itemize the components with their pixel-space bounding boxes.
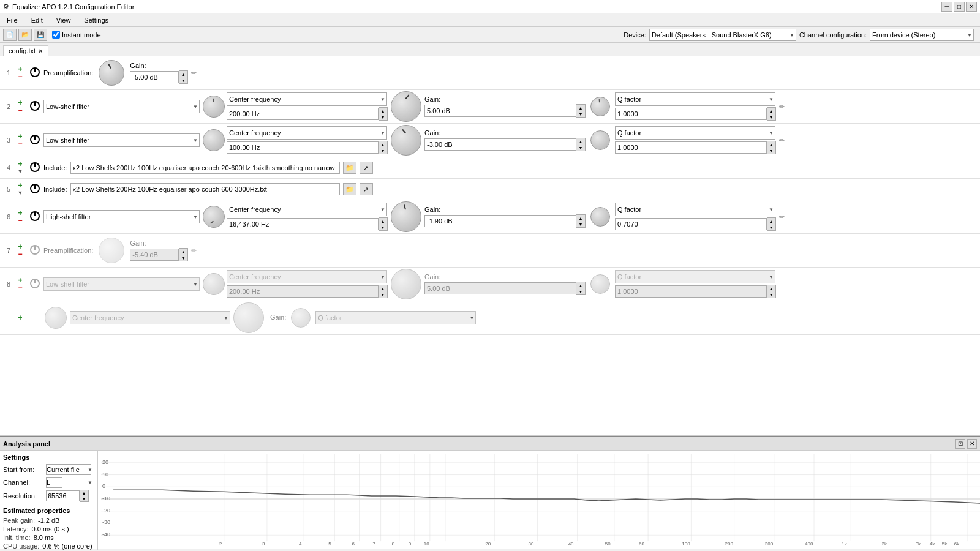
q-label-wrap-9[interactable]: Q factor <box>315 311 476 324</box>
gain-up-1[interactable]: ▲ <box>179 71 187 77</box>
gain-knob-3[interactable] <box>391 125 421 156</box>
q-knob-8[interactable] <box>590 274 610 294</box>
filter-type-select-6[interactable]: High-shelf filter <box>43 210 200 223</box>
q-down-8[interactable]: ▼ <box>767 291 775 298</box>
power-btn-4[interactable] <box>29 162 40 174</box>
q-down-2[interactable]: ▼ <box>767 114 775 120</box>
open-button[interactable]: 📂 <box>18 29 32 41</box>
q-label-select-6[interactable]: Q factor <box>615 203 775 216</box>
freq-up-2[interactable]: ▲ <box>379 108 387 114</box>
add-row-3-button[interactable]: + <box>16 133 24 140</box>
analysis-close-button[interactable]: ✕ <box>967 439 977 449</box>
filter-type-wrap-2[interactable]: Low-shelf filter <box>43 100 200 113</box>
power-btn-2[interactable] <box>29 100 40 113</box>
freq-label-select-8[interactable]: Center frequency <box>227 270 387 283</box>
gain-down-7[interactable]: ▼ <box>179 255 187 261</box>
gain-up-3[interactable]: ▲ <box>576 138 585 144</box>
remove-row-8-button[interactable]: − <box>16 285 24 291</box>
analysis-expand-button[interactable]: ⊡ <box>956 439 965 449</box>
filter-type-wrap-8[interactable]: Low-shelf filter <box>43 277 200 291</box>
freq-down-2[interactable]: ▼ <box>379 114 387 120</box>
add-row-5-button[interactable]: + <box>16 182 24 189</box>
remove-row-6-button[interactable]: − <box>16 217 24 223</box>
gain-up-8[interactable]: ▲ <box>576 282 585 288</box>
freq-label-wrap-3[interactable]: Center frequency <box>227 126 387 140</box>
freq-knob-3[interactable] <box>203 129 225 151</box>
edit-btn-3[interactable]: ✏ <box>779 137 785 144</box>
power-btn-6[interactable] <box>29 211 40 223</box>
edit-btn-6[interactable]: ✏ <box>779 213 785 221</box>
q-input-8[interactable] <box>615 285 767 298</box>
preamp-knob-7[interactable] <box>96 235 127 266</box>
instant-mode-label[interactable]: Instant mode <box>52 31 101 39</box>
gain-knob-9[interactable] <box>233 302 264 333</box>
q-label-wrap-8[interactable]: Q factor <box>615 270 775 283</box>
power-btn-7[interactable] <box>29 244 40 257</box>
q-down-6[interactable]: ▼ <box>767 224 775 230</box>
add-row-4-button[interactable]: + <box>16 161 24 167</box>
q-label-wrap-3[interactable]: Q factor <box>615 126 775 140</box>
q-down-3[interactable]: ▼ <box>767 148 775 154</box>
channel-select-wrap[interactable]: L <box>46 477 94 488</box>
power-btn-5[interactable] <box>29 183 40 195</box>
q-input-3[interactable] <box>615 141 767 154</box>
gain-up-2[interactable]: ▲ <box>576 105 585 111</box>
remove-row-1-button[interactable]: − <box>16 73 24 80</box>
edit-btn-7[interactable]: ✏ <box>191 247 197 255</box>
freq-knob-8[interactable] <box>203 273 225 295</box>
freq-label-select-6[interactable]: Center frequency <box>227 203 387 216</box>
q-label-select-2[interactable]: Q factor <box>615 92 775 106</box>
include-browse-5[interactable]: 📁 <box>343 183 356 195</box>
q-knob-3[interactable] <box>590 130 610 150</box>
power-btn-1[interactable] <box>29 67 40 79</box>
include-input-4[interactable] <box>70 162 340 174</box>
freq-knob-9[interactable] <box>45 307 67 329</box>
include-input-5[interactable] <box>70 183 340 195</box>
gain-down-1[interactable]: ▼ <box>179 77 187 83</box>
preamp-knob-1[interactable] <box>96 58 127 88</box>
q-up-2[interactable]: ▲ <box>767 108 775 114</box>
filter-type-select-3[interactable]: Low-shelf filter <box>43 133 200 147</box>
freq-down-6[interactable]: ▼ <box>379 224 387 230</box>
gain-down-3[interactable]: ▼ <box>576 144 585 151</box>
gain-input-3[interactable] <box>424 138 576 151</box>
q-label-wrap-6[interactable]: Q factor <box>615 203 775 216</box>
title-bar-controls[interactable]: ─ □ ✕ <box>941 2 977 12</box>
edit-btn-1[interactable]: ✏ <box>191 69 197 77</box>
gain-knob-8[interactable] <box>391 269 421 299</box>
gain-knob-2[interactable] <box>391 91 421 122</box>
channel-select[interactable]: L <box>46 477 62 488</box>
q-label-select-9[interactable]: Q factor <box>315 311 476 324</box>
freq-label-wrap-8[interactable]: Center frequency <box>227 270 387 283</box>
include-browse-4[interactable]: 📁 <box>343 162 356 174</box>
freq-down-3[interactable]: ▼ <box>379 148 387 154</box>
gain-down-8[interactable]: ▼ <box>576 288 585 294</box>
q-up-3[interactable]: ▲ <box>767 141 775 148</box>
tab-close-button[interactable]: ✕ <box>38 48 43 54</box>
freq-down-8[interactable]: ▼ <box>379 291 387 298</box>
resolution-up[interactable]: ▲ <box>80 490 88 496</box>
gain-down-6[interactable]: ▼ <box>576 221 585 227</box>
q-knob-2[interactable] <box>590 97 610 116</box>
freq-up-8[interactable]: ▲ <box>379 285 387 291</box>
q-knob-9[interactable] <box>291 308 311 328</box>
q-up-6[interactable]: ▲ <box>767 218 775 224</box>
start-from-select[interactable]: Current file <box>46 464 91 475</box>
new-button[interactable]: 📄 <box>3 29 17 41</box>
remove-row-7-button[interactable]: − <box>16 251 24 257</box>
include-open-5[interactable]: ↗ <box>360 183 373 195</box>
filter-type-wrap-3[interactable]: Low-shelf filter <box>43 133 200 147</box>
freq-input-8[interactable] <box>227 285 379 298</box>
channel-config-select[interactable]: From device (Stereo) <box>870 29 974 41</box>
filter-type-select-8[interactable]: Low-shelf filter <box>43 277 200 291</box>
gain-input-7[interactable] <box>130 249 179 261</box>
minimize-button[interactable]: ─ <box>941 2 952 12</box>
gain-input-8[interactable] <box>424 282 576 294</box>
expand-row-4-button[interactable]: ▼ <box>18 168 23 174</box>
freq-input-6[interactable] <box>227 218 379 230</box>
gain-input-2[interactable] <box>424 105 576 117</box>
add-row-8-button[interactable]: + <box>16 277 24 283</box>
filter-type-select-2[interactable]: Low-shelf filter <box>43 100 200 113</box>
q-label-select-3[interactable]: Q factor <box>615 126 775 140</box>
instant-mode-checkbox[interactable] <box>52 31 60 39</box>
